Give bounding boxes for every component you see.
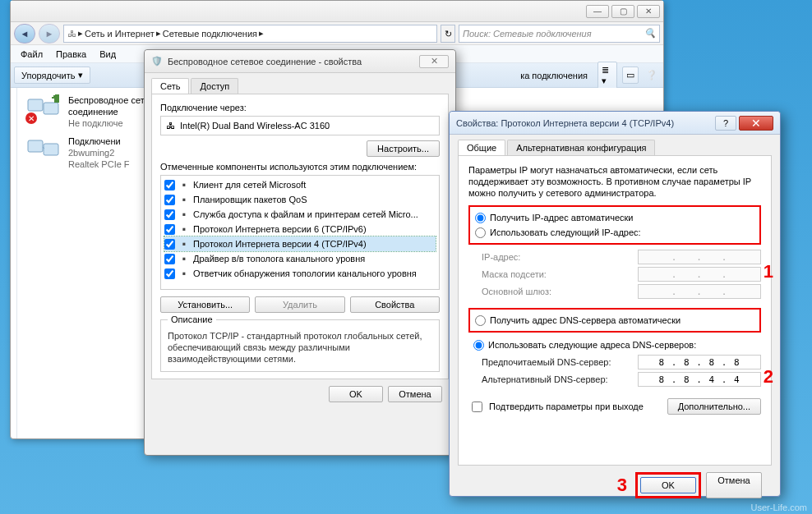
component-row[interactable]: ▪️Клиент для сетей Microsoft [164, 177, 436, 192]
component-list[interactable]: ▪️Клиент для сетей Microsoft▪️Планировщи… [160, 175, 440, 290]
annotation-3: 3 [617, 475, 627, 496]
shield-icon: 🛡️ [151, 56, 163, 67]
back-button[interactable]: ◄ [14, 24, 35, 44]
description-text: Протокол TCP/IP - стандартный протокол г… [168, 330, 432, 365]
cancel-button[interactable]: Отмена [706, 472, 762, 498]
wireless-properties-dialog: 🛡️ Беспроводное сетевое соединение - сво… [144, 49, 456, 456]
watermark: User-Life.com [751, 503, 807, 512]
network-icon: 🖧 [67, 29, 76, 39]
nav-pane [11, 88, 17, 438]
menu-file[interactable]: Файл [16, 48, 48, 61]
ok-highlight: OK [635, 472, 701, 498]
svg-rect-2 [28, 140, 43, 152]
search-input[interactable]: Поиск: Сетевые подключения 🔍 [459, 25, 660, 43]
component-label: Клиент для сетей Microsoft [193, 177, 306, 192]
search-icon: 🔍 [644, 28, 656, 39]
forward-button[interactable]: ► [39, 24, 60, 44]
view-button[interactable]: ≣ ▾ [597, 62, 617, 89]
dialog-titlebar: Свойства: Протокол Интернета версии 4 (T… [450, 112, 780, 135]
install-button[interactable]: Установить... [160, 296, 250, 313]
info-text: Параметры IP могут назначаться автоматич… [468, 164, 761, 199]
tab-sharing[interactable]: Доступ [191, 78, 238, 94]
component-icon: ▪️ [178, 253, 190, 264]
dns1-row[interactable]: Предпочитаемый DNS-сервер:8 . 8 . 8 . 8 [482, 355, 761, 369]
breadcrumb[interactable]: 🖧 ▸ Сеть и Интернет ▸ Сетевые подключени… [63, 25, 437, 43]
wireless-icon: ✕ [27, 94, 62, 122]
tab-strip: Общие Альтернативная конфигурация [458, 140, 772, 155]
ok-button[interactable]: OK [329, 386, 383, 402]
item-status: 2bwuming2 [68, 147, 130, 158]
breadcrumb-item[interactable]: Сетевые подключения [163, 29, 257, 39]
menu-edit[interactable]: Правка [51, 48, 91, 61]
adapter-icon: 🖧 [166, 121, 175, 131]
ip-manual-radio[interactable]: Использовать следующий IP-адрес: [475, 225, 754, 240]
svg-rect-1 [44, 103, 58, 114]
explorer-titlebar: — ▢ ✕ [11, 1, 663, 22]
preview-button[interactable]: ▭ [622, 67, 639, 84]
annotation-1: 1 [764, 261, 773, 282]
dialog-title: Беспроводное сетевое соединение - свойст… [168, 57, 419, 67]
ip-section-highlight: Получить IP-адрес автоматически Использо… [468, 205, 761, 245]
component-icon: ▪️ [178, 238, 190, 250]
connect-via-label: Подключение через: [160, 103, 440, 112]
ipv4-properties-dialog: Свойства: Протокол Интернета версии 4 (T… [449, 111, 781, 497]
component-label: Протокол Интернета версии 6 (TCP/IPv6) [193, 222, 367, 236]
refresh-button[interactable]: ↻ [441, 25, 455, 43]
item-title: Подключени [68, 135, 130, 147]
close-button[interactable]: ✕ [637, 5, 660, 18]
configure-button[interactable]: Настроить... [367, 140, 440, 157]
component-row[interactable]: ▪️Драйвер в/в тополога канального уровня [164, 251, 436, 266]
component-row[interactable]: ▪️Протокол Интернета версии 4 (TCP/IPv4) [164, 236, 436, 251]
subnet-mask-row: Маска подсети:. . . [482, 267, 761, 282]
component-label: Служба доступа к файлам и принтерам сете… [193, 207, 418, 222]
svg-rect-0 [28, 99, 43, 111]
adapter-name: Intel(R) Dual Band Wireless-AC 3160 [180, 121, 330, 131]
close-button[interactable]: ✕ [419, 55, 449, 68]
maximize-button[interactable]: ▢ [611, 5, 634, 18]
tab-network[interactable]: Сеть [151, 78, 189, 94]
component-icon: ▪️ [178, 223, 190, 235]
confirm-checkbox[interactable]: Подтвердить параметры при выходе [468, 399, 644, 415]
component-icon: ▪️ [178, 194, 190, 205]
menu-view[interactable]: Вид [95, 48, 121, 61]
tab-strip: Сеть Доступ [151, 78, 449, 94]
breadcrumb-item[interactable]: Сеть и Интернет [85, 29, 155, 39]
component-icon: ▪️ [178, 268, 190, 279]
dns-manual-radio[interactable]: Использовать следующие адреса DNS-сервер… [473, 337, 761, 352]
tab-general[interactable]: Общие [458, 140, 505, 155]
item-adapter: Realtek PCIe F [68, 158, 130, 170]
organize-button[interactable]: Упорядочить ▾ [14, 67, 90, 84]
ok-button[interactable]: OK [640, 477, 696, 493]
help-button[interactable]: ❔ [644, 67, 660, 83]
component-row[interactable]: ▪️Протокол Интернета версии 6 (TCP/IPv6) [164, 222, 436, 236]
dialog-footer: 3 OK Отмена [458, 466, 772, 505]
tab-body: Подключение через: 🖧 Intel(R) Dual Band … [151, 94, 449, 379]
error-icon: ✕ [25, 112, 37, 124]
component-row[interactable]: ▪️Служба доступа к файлам и принтерам се… [164, 207, 436, 222]
dialog-titlebar: 🛡️ Беспроводное сетевое соединение - сво… [145, 50, 455, 73]
ip-auto-radio[interactable]: Получить IP-адрес автоматически [475, 210, 754, 225]
component-row[interactable]: ▪️Планировщик пакетов QoS [164, 192, 436, 207]
dialog-title: Свойства: Протокол Интернета версии 4 (T… [456, 118, 715, 128]
dns2-row[interactable]: Альтернативный DNS-сервер:8 . 8 . 4 . 4 [482, 372, 761, 387]
minimize-button[interactable]: — [586, 5, 609, 18]
component-row[interactable]: ▪️Ответчик обнаружения топологии канальн… [164, 266, 436, 281]
close-button[interactable]: ✕ [739, 116, 773, 131]
description-box: Описание Протокол TCP/IP - стандартный п… [160, 319, 440, 372]
component-label: Драйвер в/в тополога канального уровня [193, 251, 365, 266]
remove-button[interactable]: Удалить [255, 296, 344, 313]
ethernet-icon [27, 135, 62, 163]
adapter-box: 🖧 Intel(R) Dual Band Wireless-AC 3160 [160, 116, 440, 135]
help-button[interactable]: ? [715, 116, 736, 131]
toolbar-label: ка подключения [520, 71, 593, 80]
svg-rect-3 [44, 144, 58, 155]
ip-address-row: IP-адрес:. . . [482, 250, 761, 264]
advanced-button[interactable]: Дополнительно... [667, 398, 761, 415]
component-label: Ответчик обнаружения топологии канальног… [193, 266, 417, 281]
annotation-2: 2 [764, 366, 773, 388]
description-title: Описание [168, 314, 216, 324]
properties-button[interactable]: Свойства [350, 296, 440, 313]
cancel-button[interactable]: Отмена [388, 386, 442, 402]
tab-alternate[interactable]: Альтернативная конфигурация [507, 140, 655, 155]
dns-auto-radio[interactable]: Получить адрес DNS-сервера автоматически [475, 313, 754, 328]
